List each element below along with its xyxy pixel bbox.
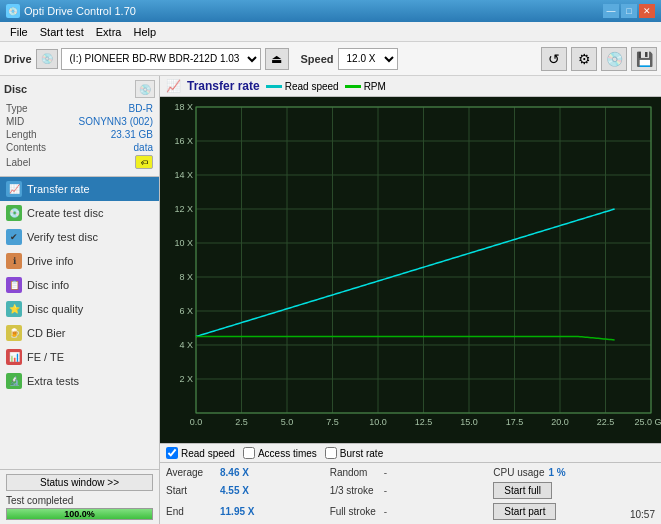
progress-bar-container: 100.0%	[6, 508, 153, 520]
extra-tests-icon: 🔬	[6, 373, 22, 389]
legend-rpm: RPM	[345, 81, 386, 92]
fe-te-icon: 📊	[6, 349, 22, 365]
titlebar: 💿 Opti Drive Control 1.70 — □ ✕	[0, 0, 661, 22]
end-value: 11.95 X	[220, 506, 260, 517]
drive-info-icon: ℹ	[6, 253, 22, 269]
full-stroke-row: Full stroke -	[330, 502, 492, 521]
minimize-button[interactable]: —	[603, 4, 619, 18]
nav-item-cd-bier[interactable]: 🍺 CD Bier	[0, 321, 159, 345]
drive-label: Drive	[4, 53, 32, 65]
nav-label-verify-test-disc: Verify test disc	[27, 231, 98, 243]
nav-item-extra-tests[interactable]: 🔬 Extra tests	[0, 369, 159, 393]
end-label: End	[166, 506, 216, 517]
nav-item-disc-info[interactable]: 📋 Disc info	[0, 273, 159, 297]
menu-file[interactable]: File	[4, 24, 34, 40]
disc-icon: 💿	[135, 80, 155, 98]
one-third-stroke-value: -	[384, 485, 387, 496]
cd-bier-icon: 🍺	[6, 325, 22, 341]
nav-label-disc-quality: Disc quality	[27, 303, 83, 315]
disc-contents-label: Contents	[6, 142, 46, 153]
start-part-button[interactable]: Start part	[493, 503, 556, 520]
close-button[interactable]: ✕	[639, 4, 655, 18]
transfer-rate-chart	[160, 97, 661, 443]
nav-item-drive-info[interactable]: ℹ Drive info	[0, 249, 159, 273]
nav-label-transfer-rate: Transfer rate	[27, 183, 90, 195]
chart-controls: Read speed Access times Burst rate	[160, 443, 661, 462]
start-full-button[interactable]: Start full	[493, 482, 552, 499]
nav-item-disc-quality[interactable]: ⭐ Disc quality	[0, 297, 159, 321]
nav-item-create-test-disc[interactable]: 💿 Create test disc	[0, 201, 159, 225]
transfer-rate-icon: 📈	[6, 181, 22, 197]
read-speed-checkbox[interactable]	[166, 447, 178, 459]
status-text: Test completed	[6, 495, 153, 506]
average-label: Average	[166, 467, 216, 478]
full-stroke-label: Full stroke	[330, 506, 380, 517]
disc-contents-row: Contents data	[4, 141, 155, 154]
refresh-button[interactable]: ↺	[541, 47, 567, 71]
nav-item-fe-te[interactable]: 📊 FE / TE	[0, 345, 159, 369]
stats-area: Average 8.46 X Random - CPU usage 1 % St…	[160, 462, 661, 524]
average-value: 8.46 X	[220, 467, 260, 478]
progress-text: 100.0%	[7, 509, 152, 519]
burst-rate-checkbox-label[interactable]: Burst rate	[325, 447, 383, 459]
start-value: 4.55 X	[220, 485, 260, 496]
random-label: Random	[330, 467, 380, 478]
eject-button[interactable]: ⏏	[265, 48, 289, 70]
create-test-disc-icon: 💿	[6, 205, 22, 221]
settings-button[interactable]: ⚙	[571, 47, 597, 71]
legend-read-color	[266, 85, 282, 88]
one-third-stroke-row: 1/3 stroke -	[330, 481, 492, 500]
disc-mid-label: MID	[6, 116, 24, 127]
nav-item-transfer-rate[interactable]: 📈 Transfer rate	[0, 177, 159, 201]
disc-title: Disc	[4, 83, 27, 95]
drive-selector: 💿 (I:) PIONEER BD-RW BDR-212D 1.03	[36, 48, 261, 70]
menu-start-test[interactable]: Start test	[34, 24, 90, 40]
burst-rate-checkbox-text: Burst rate	[340, 448, 383, 459]
chart-container	[160, 97, 661, 443]
disc-type-row: Type BD-R	[4, 102, 155, 115]
nav-item-verify-test-disc[interactable]: ✔ Verify test disc	[0, 225, 159, 249]
disc-label-row: Label 🏷	[4, 154, 155, 170]
random-value: -	[384, 467, 387, 478]
legend-rpm-color	[345, 85, 361, 88]
start-row: Start 4.55 X	[166, 481, 328, 500]
status-window-button[interactable]: Status window >>	[6, 474, 153, 491]
menu-extra[interactable]: Extra	[90, 24, 128, 40]
titlebar-title: 💿 Opti Drive Control 1.70	[6, 4, 136, 18]
maximize-button[interactable]: □	[621, 4, 637, 18]
access-times-checkbox-label[interactable]: Access times	[243, 447, 317, 459]
disc-button[interactable]: 💿	[601, 47, 627, 71]
nav-label-drive-info: Drive info	[27, 255, 73, 267]
access-times-checkbox-text: Access times	[258, 448, 317, 459]
chart-title: Transfer rate	[187, 79, 260, 93]
nav-items: 📈 Transfer rate 💿 Create test disc ✔ Ver…	[0, 177, 159, 469]
drive-icon: 💿	[36, 49, 58, 69]
access-times-checkbox[interactable]	[243, 447, 255, 459]
legend-rpm-label: RPM	[364, 81, 386, 92]
sidebar: Disc 💿 Type BD-R MID SONYNN3 (002) Lengt…	[0, 76, 160, 524]
nav-label-cd-bier: CD Bier	[27, 327, 66, 339]
disc-mid-row: MID SONYNN3 (002)	[4, 115, 155, 128]
nav-label-extra-tests: Extra tests	[27, 375, 79, 387]
read-speed-checkbox-label[interactable]: Read speed	[166, 447, 235, 459]
disc-contents-value: data	[134, 142, 153, 153]
average-row: Average 8.46 X	[166, 466, 328, 479]
label-icon: 🏷	[135, 155, 153, 169]
menu-help[interactable]: Help	[127, 24, 162, 40]
cpu-usage-label: CPU usage	[493, 467, 544, 478]
random-row: Random -	[330, 466, 492, 479]
disc-type-label: Type	[6, 103, 28, 114]
status-bar: Status window >> Test completed 100.0%	[0, 469, 159, 524]
nav-label-create-test-disc: Create test disc	[27, 207, 103, 219]
disc-label-key: Label	[6, 157, 30, 168]
speed-dropdown[interactable]: 12.0 X	[338, 48, 398, 70]
time-display: 10:57	[630, 509, 655, 520]
chart-header: 📈 Transfer rate Read speed RPM	[160, 76, 661, 97]
speed-label: Speed	[301, 53, 334, 65]
save-button[interactable]: 💾	[631, 47, 657, 71]
nav-label-disc-info: Disc info	[27, 279, 69, 291]
burst-rate-checkbox[interactable]	[325, 447, 337, 459]
menubar: File Start test Extra Help	[0, 22, 661, 42]
drive-dropdown[interactable]: (I:) PIONEER BD-RW BDR-212D 1.03	[61, 48, 261, 70]
titlebar-controls: — □ ✕	[603, 4, 655, 18]
